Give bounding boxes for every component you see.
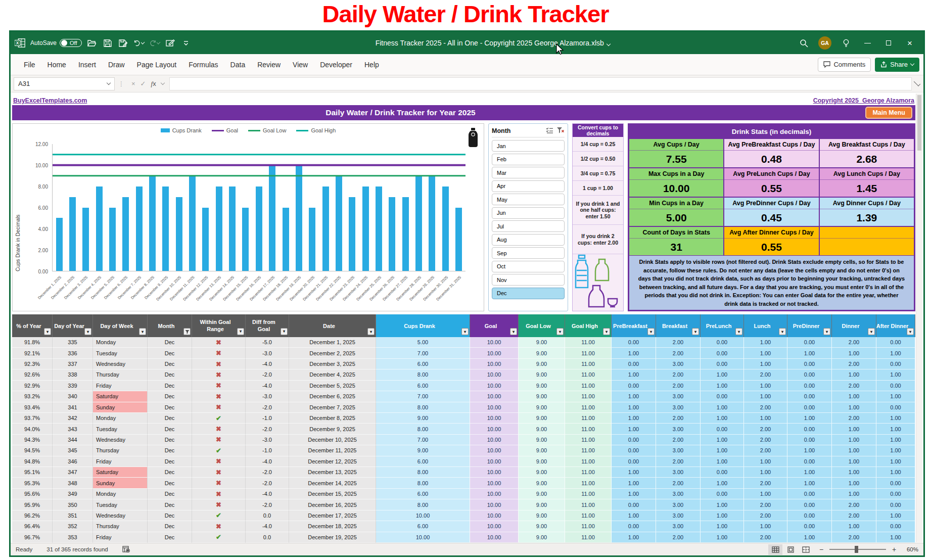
cups-drank-chart[interactable]: Cups DrankGoalGoal LowGoal High Cups Dra… xyxy=(12,123,484,311)
cell-r7-c3[interactable]: Sunday xyxy=(93,402,148,413)
open-icon[interactable] xyxy=(86,38,98,48)
cell-r13-c6[interactable]: -2.0 xyxy=(246,467,289,478)
cell-r10-c7[interactable]: December 10, 2025 xyxy=(289,435,376,445)
cell-r18-c6[interactable]: -4.0 xyxy=(246,521,289,532)
cell-r19-c5[interactable]: ✔ xyxy=(192,532,246,543)
column-header-day-of-week[interactable]: Day of Week▾ xyxy=(93,314,148,337)
cell-r19-c1[interactable]: 96.7% xyxy=(12,532,53,543)
cell-r13-c12[interactable]: 1.00 xyxy=(612,467,656,478)
cell-r1-c13[interactable]: 2.00 xyxy=(656,337,701,348)
cell-r9-c15[interactable]: 2.00 xyxy=(744,424,787,434)
cell-r2-c4[interactable]: Dec xyxy=(148,348,192,358)
cell-r9-c17[interactable]: 1.00 xyxy=(832,424,876,434)
cell-r1-c11[interactable]: 11.00 xyxy=(565,337,612,348)
zoom-slider[interactable] xyxy=(829,549,886,550)
cell-r14-c10[interactable]: 9.00 xyxy=(519,478,565,488)
cell-r4-c16[interactable]: 0.00 xyxy=(787,369,832,380)
cell-r7-c1[interactable]: 93.4% xyxy=(12,402,53,413)
filter-dropdown-button[interactable]: ▾ xyxy=(647,328,655,335)
filter-dropdown-button[interactable]: ▾ xyxy=(556,328,564,335)
cell-r4-c2[interactable]: 338 xyxy=(53,369,93,380)
cell-r6-c13[interactable]: 3.00 xyxy=(656,391,701,402)
cell-r6-c16[interactable]: 0.00 xyxy=(787,391,832,402)
cell-r17-c3[interactable]: Wednesday xyxy=(93,510,148,521)
cell-r2-c2[interactable]: 336 xyxy=(53,348,93,358)
cell-r15-c8[interactable]: 6.00 xyxy=(376,489,470,499)
cell-r5-c1[interactable]: 92.9% xyxy=(12,381,53,391)
cell-r10-c12[interactable]: 0.00 xyxy=(612,435,656,445)
cell-r7-c11[interactable]: 11.00 xyxy=(565,402,612,413)
cell-r11-c5[interactable]: ✔ xyxy=(192,445,246,456)
cell-r15-c14[interactable]: 0.00 xyxy=(701,489,744,499)
cell-r1-c9[interactable]: 10.00 xyxy=(470,337,519,348)
share-button[interactable]: Share xyxy=(875,58,919,72)
cell-r8-c7[interactable]: December 8, 2025 xyxy=(289,413,376,424)
cell-r12-c16[interactable]: 0.00 xyxy=(787,456,832,467)
cell-r7-c10[interactable]: 9.00 xyxy=(519,402,565,413)
cell-r6-c17[interactable]: 1.00 xyxy=(832,391,876,402)
cell-r14-c1[interactable]: 95.3% xyxy=(12,478,53,488)
cell-r2-c17[interactable]: 1.00 xyxy=(832,348,876,358)
column-header-goal-low[interactable]: Goal Low▾ xyxy=(519,314,565,337)
cell-r18-c1[interactable]: 96.4% xyxy=(12,521,53,532)
cell-r15-c9[interactable]: 10.00 xyxy=(470,489,519,499)
zoom-out-button[interactable]: − xyxy=(818,545,825,553)
column-header-goal-high[interactable]: Goal High▾ xyxy=(565,314,612,337)
cell-r1-c12[interactable]: 0.00 xyxy=(612,337,656,348)
column-header-of-year[interactable]: % of Year▾ xyxy=(12,314,53,337)
ribbon-tab-view[interactable]: View xyxy=(287,54,314,75)
cell-r2-c3[interactable]: Tuesday xyxy=(93,348,148,358)
cell-r16-c2[interactable]: 350 xyxy=(53,499,93,510)
cell-r1-c18[interactable]: 0.00 xyxy=(876,337,915,348)
formula-bar-expand-icon[interactable] xyxy=(914,79,920,86)
cell-r8-c15[interactable]: 1.00 xyxy=(744,413,787,424)
cell-r14-c17[interactable]: 1.00 xyxy=(832,478,876,488)
cell-r16-c3[interactable]: Tuesday xyxy=(93,499,148,510)
cell-r9-c14[interactable]: 0.00 xyxy=(701,424,744,434)
cell-r18-c14[interactable]: 1.00 xyxy=(701,521,744,532)
column-header-prebreakfast[interactable]: PreBreakfast▾ xyxy=(612,314,656,337)
cell-r14-c4[interactable]: Dec xyxy=(148,478,192,488)
cell-r1-c17[interactable]: 2.00 xyxy=(832,337,876,348)
cell-r2-c9[interactable]: 10.00 xyxy=(470,348,519,358)
cell-r4-c15[interactable]: 2.00 xyxy=(744,369,787,380)
filter-funnel-button[interactable] xyxy=(183,328,191,335)
cell-r18-c10[interactable]: 9.00 xyxy=(519,521,565,532)
cell-r15-c7[interactable]: December 15, 2025 xyxy=(289,489,376,499)
cell-r16-c12[interactable]: 0.00 xyxy=(612,499,656,510)
cell-r11-c7[interactable]: December 11, 2025 xyxy=(289,445,376,456)
cell-r12-c8[interactable]: 6.00 xyxy=(376,456,470,467)
cell-r9-c16[interactable]: 0.00 xyxy=(787,424,832,434)
cell-r19-c11[interactable]: 11.00 xyxy=(565,532,612,543)
cell-r15-c6[interactable]: -4.0 xyxy=(246,489,289,499)
cell-r16-c15[interactable]: 2.00 xyxy=(744,499,787,510)
cell-r17-c1[interactable]: 96.2% xyxy=(12,510,53,521)
formula-input[interactable] xyxy=(169,77,912,90)
cell-r10-c9[interactable]: 10.00 xyxy=(470,435,519,445)
slicer-item-oct[interactable]: Oct xyxy=(492,261,565,272)
cell-r5-c8[interactable]: 6.00 xyxy=(376,381,470,391)
cell-r2-c5[interactable]: ✖ xyxy=(192,348,246,358)
cell-r16-c10[interactable]: 9.00 xyxy=(519,499,565,510)
filter-dropdown-button[interactable]: ▾ xyxy=(44,328,51,335)
cell-r5-c16[interactable]: 0.00 xyxy=(787,381,832,391)
slicer-item-apr[interactable]: Apr xyxy=(492,180,565,192)
cell-r11-c17[interactable]: 1.00 xyxy=(832,445,876,456)
cell-r19-c2[interactable]: 353 xyxy=(53,532,93,543)
filter-dropdown-button[interactable]: ▾ xyxy=(281,328,288,335)
column-header-month[interactable]: Month xyxy=(148,314,192,337)
cell-r14-c15[interactable]: 2.00 xyxy=(744,478,787,488)
cell-r13-c9[interactable]: 10.00 xyxy=(470,467,519,478)
slicer-item-nov[interactable]: Nov xyxy=(492,274,565,286)
cell-r13-c13[interactable]: 3.00 xyxy=(656,467,701,478)
cell-r12-c2[interactable]: 346 xyxy=(53,456,93,467)
cell-r13-c10[interactable]: 9.00 xyxy=(519,467,565,478)
cell-r3-c17[interactable]: 2.00 xyxy=(832,359,876,369)
cell-r19-c16[interactable]: 1.00 xyxy=(787,532,832,543)
cell-r14-c7[interactable]: December 14, 2025 xyxy=(289,478,376,488)
cell-r1-c5[interactable]: ✖ xyxy=(192,337,246,348)
cell-r13-c3[interactable]: Saturday xyxy=(93,467,148,478)
cell-r3-c6[interactable]: -4.0 xyxy=(246,359,289,369)
cell-r17-c18[interactable]: 1.00 xyxy=(876,510,915,521)
cell-r3-c1[interactable]: 92.3% xyxy=(12,359,53,369)
